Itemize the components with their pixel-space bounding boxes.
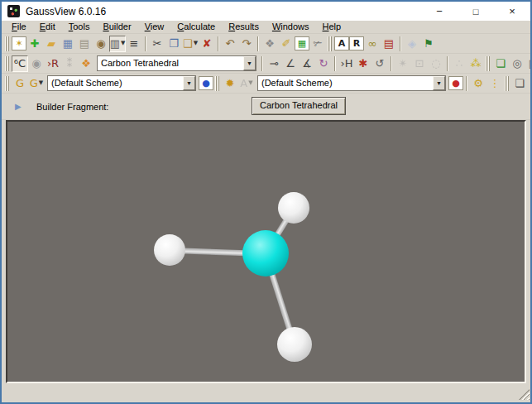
fragment-library-icon[interactable]: ❖ — [261, 36, 278, 52]
paste-icon-dropdown-icon[interactable]: ▼ — [194, 41, 198, 46]
quick-bond-icon[interactable]: ✴ — [395, 55, 411, 72]
select-atoms-icon[interactable]: ⁂ — [467, 55, 484, 72]
zoom-view-icon[interactable]: ◎ — [509, 55, 525, 72]
pin-center-icon[interactable]: ⚑ — [420, 36, 437, 52]
tile-windows-icon[interactable]: ▦ — [528, 75, 532, 92]
menu-item-file[interactable]: File — [5, 21, 33, 33]
apply-view-scheme-button[interactable]: ● — [199, 76, 213, 90]
biopolymer-fragment-icon[interactable]: ⁑ — [61, 55, 78, 72]
menu-item-edit[interactable]: Edit — [33, 21, 62, 33]
menu-item-view[interactable]: View — [138, 21, 171, 33]
menu-item-builder[interactable]: Builder — [96, 21, 137, 33]
bond-tool-icon[interactable]: ⊸ — [266, 55, 282, 72]
open-file-icon[interactable]: ▰ — [43, 36, 60, 52]
minimize-button[interactable]: − — [421, 2, 458, 21]
print-icon[interactable]: ▤ — [76, 36, 93, 52]
select-atom-icon[interactable]: ∴ — [451, 55, 467, 72]
add-view-icon[interactable]: ❏ — [492, 55, 509, 72]
toolbar-separator — [334, 56, 336, 71]
maximize-button[interactable]: □ — [458, 2, 494, 21]
toolbar-row-schemes: GG▼(Default Scheme)▼●✹A▼(Default Scheme)… — [2, 74, 530, 94]
molecule-viewport[interactable] — [6, 120, 526, 383]
copy-icon[interactable]: ❐ — [165, 36, 182, 52]
toolbar-separator — [447, 56, 448, 71]
atom-tools-icon[interactable]: ✃ — [309, 36, 326, 52]
select-rectangle-icon[interactable]: ⊡ — [411, 55, 428, 72]
display-scheme-select[interactable]: (Default Scheme)▼ — [257, 75, 446, 91]
text-label-a-icon[interactable]: A — [334, 36, 349, 50]
display-scheme-medal-icon[interactable]: ✹ — [222, 75, 238, 92]
fragment-select[interactable]: Carbon Tetrahedral▼ — [97, 55, 256, 71]
fragment-select-dropdown-icon[interactable]: ▼ — [243, 56, 256, 70]
delete-icon[interactable]: ✘ — [199, 36, 215, 52]
job-queue-icon[interactable]: ≡ — [126, 36, 142, 52]
save-file-icon[interactable]: ▦ — [60, 36, 76, 52]
display-scheme-select-dropdown-icon[interactable]: ▼ — [433, 76, 445, 90]
menu-bar: FileEditToolsBuilderViewCalculateResults… — [2, 21, 530, 34]
link-icon[interactable]: ∞ — [364, 36, 381, 52]
add-fragment-icon[interactable]: ✚ — [26, 36, 43, 52]
gaussian-calculate-icon[interactable]: G — [12, 75, 28, 92]
text-label-r-icon[interactable]: R — [349, 36, 364, 50]
add-valence-icon[interactable]: ›H — [338, 55, 355, 72]
select-atoms-icon: ⁂ — [471, 58, 482, 69]
builder-fragment-button[interactable]: Carbon Tetrahedral — [252, 97, 346, 115]
rotate-fragment-icon[interactable]: ↻ — [315, 55, 332, 72]
r-group-fragment-icon[interactable]: ›R — [45, 55, 61, 72]
view-list-icon[interactable]: ▣ — [525, 55, 532, 72]
toolbar-grip[interactable] — [215, 76, 220, 91]
layers-icon[interactable]: ▤ — [381, 36, 397, 52]
paste-icon[interactable]: ❑▼ — [182, 36, 199, 52]
apply-display-scheme-button[interactable]: ● — [448, 76, 463, 90]
menu-item-help[interactable]: Help — [316, 21, 348, 33]
menu-item-windows[interactable]: Windows — [266, 21, 316, 33]
atom-hydrogen[interactable] — [154, 234, 185, 266]
clean-structure-icon[interactable]: ✐ — [278, 36, 295, 52]
invert-about-atom-icon[interactable]: ↺ — [371, 55, 388, 72]
menu-item-calculate[interactable]: Calculate — [170, 21, 222, 33]
select-lasso-icon[interactable]: ◌ — [428, 55, 444, 72]
close-button[interactable]: × — [494, 2, 530, 21]
display-label-icon[interactable]: A▼ — [238, 75, 255, 92]
save-options-icon: ▥ — [110, 38, 120, 49]
atom-hydrogen[interactable] — [278, 192, 309, 224]
select-lasso-icon: ◌ — [431, 58, 440, 69]
ring-fragment-icon[interactable]: ◉ — [28, 55, 45, 72]
save-options-icon[interactable]: ▥▼ — [109, 36, 126, 52]
toolbar-grip[interactable] — [328, 36, 333, 51]
gaussian-setup-icon-dropdown-icon[interactable]: ▼ — [39, 80, 43, 86]
new-file-icon[interactable]: ✶ — [12, 36, 26, 50]
undo-icon[interactable]: ↶ — [222, 36, 238, 52]
toolbar-grip[interactable] — [5, 56, 10, 71]
angle-tool-icon[interactable]: ∠ — [282, 55, 299, 72]
toolbar-grip[interactable] — [5, 36, 10, 51]
view-scheme-select-dropdown-icon[interactable]: ▼ — [183, 76, 195, 90]
display-label-icon-dropdown-icon[interactable]: ▼ — [248, 80, 252, 86]
save-options-icon-dropdown-icon[interactable]: ▼ — [121, 41, 125, 46]
status-light-icon[interactable]: ⋮ — [486, 75, 503, 92]
capture-image-icon[interactable]: ◉ — [93, 36, 109, 52]
toolbar-grip[interactable] — [486, 56, 491, 71]
atom-carbon[interactable] — [242, 230, 289, 277]
atom-hydrogen[interactable] — [277, 327, 312, 362]
cut-icon[interactable]: ✂ — [149, 36, 165, 52]
gem-display-icon[interactable]: ◈ — [404, 36, 420, 52]
menu-item-tools[interactable]: Tools — [62, 21, 97, 33]
periodic-table-icon[interactable]: ▦ — [295, 36, 309, 50]
expander-triangle-icon[interactable]: ▶ — [15, 102, 22, 111]
gaussian-setup-icon: G — [30, 78, 38, 89]
element-select-button[interactable]: ⁶C — [12, 55, 28, 72]
preferences-gear-icon[interactable]: ⚙ — [470, 75, 486, 92]
toolbar-separator — [466, 76, 467, 91]
redo-icon[interactable]: ↷ — [238, 36, 255, 52]
menu-item-results[interactable]: Results — [222, 21, 266, 33]
view-scheme-select[interactable]: (Default Scheme)▼ — [47, 75, 196, 91]
dihedral-tool-icon[interactable]: ∡ — [299, 55, 315, 72]
delete-atom-icon[interactable]: ✱ — [355, 55, 371, 72]
toolbar-grip[interactable] — [505, 76, 510, 91]
gaussian-setup-icon[interactable]: G▼ — [28, 75, 45, 92]
resize-grip-icon[interactable] — [519, 389, 530, 400]
custom-fragment-icon[interactable]: ❖ — [78, 55, 94, 72]
cascade-windows-icon[interactable]: ❏ — [511, 75, 528, 92]
toolbar-grip[interactable] — [5, 76, 10, 91]
